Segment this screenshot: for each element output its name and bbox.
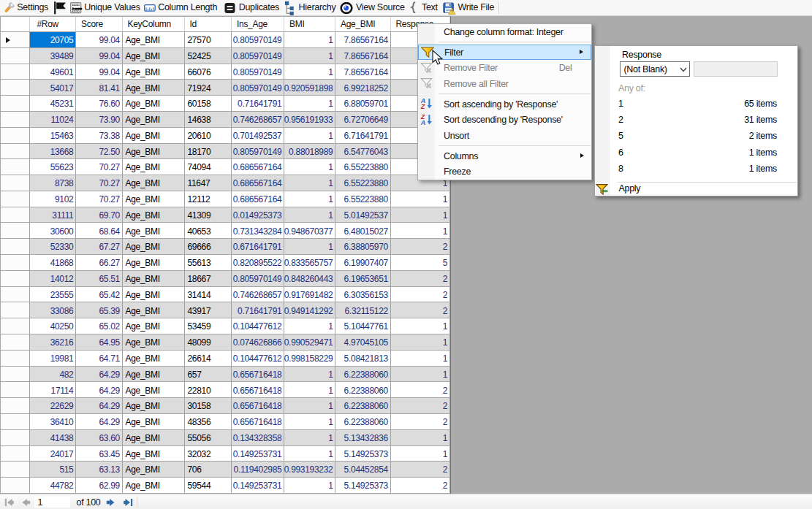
svg-text:Z: Z bbox=[420, 103, 425, 110]
svg-text:A: A bbox=[420, 119, 425, 126]
